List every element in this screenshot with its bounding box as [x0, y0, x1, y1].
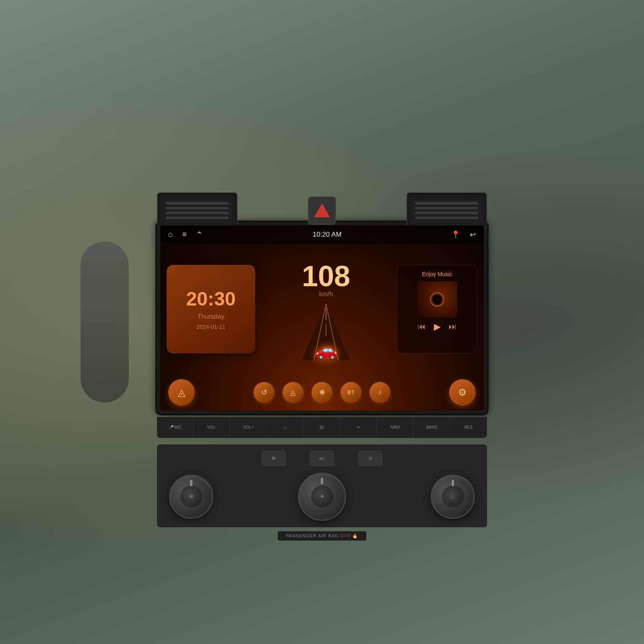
car-icon: 🚗	[315, 339, 337, 360]
knob-inner-center: ✦	[311, 485, 333, 508]
speed-display: 108	[302, 262, 350, 291]
temperature-right-knob[interactable]: ♨	[431, 475, 475, 519]
cold-icon: ❄	[189, 493, 194, 500]
ac-buttons-row: ⟳ AC ⊃	[169, 451, 475, 466]
music-widget-title: Enjoy Music	[422, 271, 452, 277]
vol-up-button[interactable]: VOL+	[230, 417, 267, 438]
vent-slat	[415, 217, 479, 219]
knob-inner-left: ❄	[180, 485, 202, 508]
vent-slat	[166, 207, 229, 209]
apps-button[interactable]: ❋	[312, 382, 332, 403]
settings-icon: ⚙	[458, 387, 467, 398]
music-button[interactable]: ♪	[369, 382, 390, 403]
music-controls: ⏮ ▶ ⏭	[418, 322, 457, 332]
recirculation-icon: ⟳	[272, 456, 276, 461]
maps-button[interactable]: ◬	[283, 382, 303, 403]
temperature-left-knob[interactable]: ❄	[169, 475, 213, 519]
top-vents-area	[157, 192, 487, 229]
left-vent	[157, 192, 237, 229]
music-widget[interactable]: Enjoy Music ⏮ ▶ ⏭	[397, 265, 477, 353]
vol-down-label: VOL-	[207, 425, 216, 429]
current-time: 10:20 AM	[313, 231, 342, 239]
screen-bezel: ⌂ ≡ ⌃ 10:20 AM 📍 ↩ 20:30 Thursday	[157, 222, 487, 414]
hazard-triangle-icon	[314, 203, 330, 217]
infotainment-screen[interactable]: ⌂ ≡ ⌃ 10:20 AM 📍 ↩ 20:30 Thursday	[160, 225, 484, 411]
speed-section: 108 km/h	[262, 258, 390, 360]
center-console: 0 ⟿ 0 ⟿ ⌂ ≡ ⌃ 10:2	[157, 168, 487, 541]
fan-speed-knob[interactable]: ✦	[298, 473, 346, 521]
airbag-notice: PASSENGER AIR BAG OFF 🔥	[157, 531, 487, 541]
topbar-right-icons: 📍 ↩	[451, 230, 476, 239]
mic-label: 🎤 MIC	[169, 425, 182, 429]
power-button[interactable]: ⏻	[303, 417, 340, 438]
screen-navbar: ◬ ↺ ◬ ❋ BT	[160, 374, 484, 411]
back-physical-button[interactable]: ↩	[341, 417, 377, 438]
airbag-label: PASSENGER AIR BAG	[286, 533, 339, 538]
airbag-status: OFF	[341, 533, 351, 538]
music-icon: ♪	[378, 388, 382, 396]
nav-left-button[interactable]: ◬	[168, 379, 195, 406]
screen-main-content: 20:30 Thursday 2024-01-11 108 km/h	[160, 244, 484, 374]
ac-mode-button[interactable]: ⟳	[262, 451, 286, 466]
navi-label: NAVI	[390, 425, 400, 429]
band-label: BAND	[426, 425, 438, 429]
hazard-button[interactable]	[308, 196, 336, 225]
knob-inner-right: ♨	[442, 485, 464, 508]
chevron-up-icon[interactable]: ⌃	[196, 230, 203, 239]
vent-slat	[415, 212, 479, 214]
menu-icon[interactable]: ≡	[182, 230, 187, 239]
ac-airflow-button[interactable]: ⊃	[358, 451, 382, 466]
power-label: ⏻	[320, 425, 324, 429]
dashboard: 0 ⟿ 0 ⟿ ⌂ ≡ ⌃ 10:2	[0, 0, 644, 644]
car-graphic: 🚗	[290, 300, 362, 360]
physical-buttons-row: 🎤 MIC VOL- VOL+ ⌂ ⏻ ↩ NAVI BAND	[157, 417, 487, 438]
screen-topbar: ⌂ ≡ ⌃ 10:20 AM 📍 ↩	[160, 225, 484, 244]
compass-icon: ◬	[178, 387, 185, 398]
heat-icon: ♨	[450, 493, 456, 500]
home-icon[interactable]: ⌂	[168, 230, 173, 239]
bluetooth-button[interactable]: BT	[341, 382, 361, 403]
ac-knobs-row: ❄ ✦ ♨	[169, 473, 475, 521]
home-physical-label: ⌂	[284, 425, 286, 429]
ac-section: ⟳ AC ⊃ ❄ ✦	[157, 444, 487, 527]
home-physical-button[interactable]: ⌂	[267, 417, 303, 438]
vol-down-button[interactable]: VOL-	[194, 417, 230, 438]
clock-day: Thursday	[198, 313, 225, 320]
maps-icon: ◬	[290, 388, 296, 397]
clock-widget[interactable]: 20:30 Thursday 2024-01-11	[167, 265, 255, 353]
airbag-icon: 🔥	[352, 533, 358, 538]
next-button[interactable]: ⏭	[449, 322, 457, 331]
ac-toggle-button[interactable]: AC	[310, 451, 334, 466]
clock-date: 2024-01-11	[196, 324, 225, 330]
vol-up-label: VOL+	[243, 425, 254, 429]
prev-button[interactable]: ⏮	[418, 322, 426, 331]
vent-slat	[166, 212, 229, 214]
vent-slat	[166, 217, 229, 219]
play-button[interactable]: ▶	[434, 322, 441, 332]
res-button[interactable]: RES	[450, 417, 487, 438]
carplay-button[interactable]: ↺	[254, 382, 275, 403]
airbag-text: PASSENGER AIR BAG OFF 🔥	[278, 531, 366, 541]
vent-slat	[415, 202, 479, 204]
nav-right-button[interactable]: ⚙	[449, 379, 476, 406]
location-icon[interactable]: 📍	[451, 230, 460, 239]
band-button[interactable]: BAND	[414, 417, 450, 438]
fan-center-icon: ✦	[320, 493, 325, 500]
steering-wheel-area	[80, 242, 129, 402]
bluetooth-icon: BT	[347, 389, 355, 396]
navi-button[interactable]: NAVI	[377, 417, 414, 438]
mic-button[interactable]: 🎤 MIC	[157, 417, 194, 438]
carplay-icon: ↺	[261, 388, 267, 397]
center-nav-icons: ↺ ◬ ❋ BT ♪	[254, 382, 390, 403]
back-physical-label: ↩	[357, 425, 360, 429]
right-vent	[407, 192, 487, 229]
speed-unit: km/h	[319, 291, 333, 298]
album-art	[417, 281, 457, 318]
res-label: RES	[464, 425, 473, 429]
apps-icon: ❋	[319, 388, 325, 397]
vinyl-center	[431, 294, 443, 305]
ac-label: AC	[319, 456, 325, 461]
topbar-left-icons: ⌂ ≡ ⌃	[168, 230, 203, 239]
back-icon[interactable]: ↩	[470, 230, 476, 239]
airflow-icon: ⊃	[368, 456, 372, 461]
